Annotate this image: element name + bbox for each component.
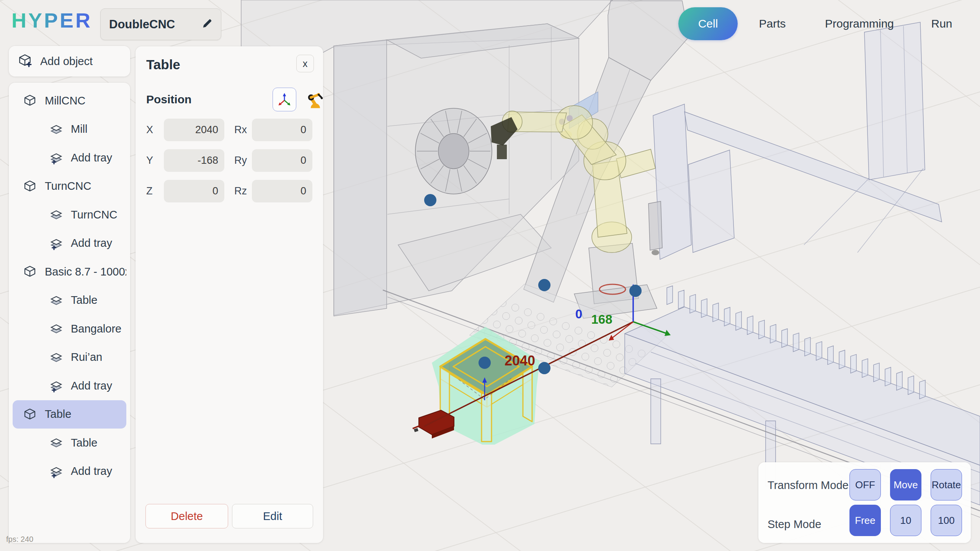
layers-icon — [49, 208, 63, 222]
tree-item-basic[interactable]: Basic 8.7 - 1000x10... — [13, 258, 126, 286]
tree-item-table-selected[interactable]: Table — [13, 400, 126, 429]
tree-item-bangalore[interactable]: Bangalore — [13, 315, 126, 343]
field-label-y: Y — [146, 155, 153, 166]
box-icon — [23, 93, 37, 108]
attachment-dot — [424, 194, 436, 206]
position-section-title: Position — [146, 93, 191, 106]
attachment-dot — [538, 362, 550, 374]
attachment-dot — [479, 357, 491, 369]
field-label-ry: Ry — [234, 155, 247, 166]
tree-item-mill[interactable]: Mill — [13, 115, 126, 144]
step-100-button[interactable]: 100 — [931, 505, 962, 536]
tab-run[interactable]: Run — [917, 7, 967, 40]
rz-input[interactable] — [252, 180, 312, 202]
layers-icon — [49, 436, 63, 450]
project-name-box[interactable]: DoubleCNC — [100, 8, 221, 40]
tree-item-add-tray[interactable]: Add tray — [13, 372, 126, 400]
fps-counter: fps: 240 — [6, 535, 33, 544]
edit-button[interactable]: Edit — [232, 504, 313, 528]
object-tree: MillCNC Mill Add tray TurnCNC TurnCNC Ad… — [9, 83, 130, 543]
field-label-rz: Rz — [234, 185, 247, 197]
transform-rotate-button[interactable]: Rotate — [931, 469, 962, 500]
z-input[interactable] — [164, 180, 224, 202]
tree-item-add-tray[interactable]: Add tray — [13, 229, 126, 258]
robot-frame-button[interactable] — [302, 88, 326, 112]
tree-item-table[interactable]: Table — [13, 286, 126, 315]
tree-item-ruian[interactable]: Rui’an — [13, 343, 126, 372]
add-tray-icon — [49, 465, 63, 478]
z-distance-label: 0 — [575, 307, 582, 321]
step-10-button[interactable]: 10 — [890, 505, 921, 536]
tab-programming[interactable]: Programming — [812, 7, 907, 40]
tool-carousel — [415, 108, 492, 194]
attachment-dot — [538, 279, 550, 291]
tree-item-add-tray[interactable]: Add tray — [13, 143, 126, 172]
axes-icon — [275, 90, 294, 109]
add-tray-icon — [49, 236, 63, 250]
transform-off-button[interactable]: OFF — [849, 469, 881, 500]
field-label-x: X — [146, 124, 153, 136]
x-distance-label: 2040 — [505, 353, 535, 368]
layers-icon — [49, 293, 63, 307]
edit-project-icon[interactable] — [201, 18, 212, 31]
y-input[interactable] — [164, 149, 224, 172]
transform-move-button[interactable]: Move — [890, 469, 921, 500]
field-label-rx: Rx — [234, 124, 247, 136]
box-icon — [23, 407, 37, 422]
project-name-label: DoubleCNC — [109, 18, 175, 31]
transform-controls-panel: Transform Mode Step Mode OFF Move Rotate… — [758, 462, 971, 543]
add-tray-icon — [49, 379, 63, 393]
step-mode-label: Step Mode — [768, 518, 821, 531]
tab-cell[interactable]: Cell — [678, 7, 738, 40]
close-panel-button[interactable]: x — [296, 55, 314, 72]
field-label-z: Z — [146, 185, 153, 197]
layers-icon — [49, 322, 63, 336]
add-object-label: Add object — [40, 55, 93, 68]
world-frame-button[interactable] — [273, 88, 296, 111]
tree-item-millcnc[interactable]: MillCNC — [13, 86, 126, 115]
y-distance-label: 168 — [591, 312, 612, 326]
delete-button[interactable]: Delete — [145, 504, 228, 528]
rx-input[interactable] — [252, 119, 312, 141]
transform-mode-label: Transform Mode — [768, 479, 849, 492]
layers-icon — [49, 122, 63, 136]
app-logo: HYPER — [11, 8, 92, 32]
add-object-button[interactable]: Add object — [9, 46, 130, 77]
box-icon — [23, 264, 37, 279]
tree-item-turncnc-group[interactable]: TurnCNC — [13, 172, 126, 201]
add-tray-icon — [49, 151, 63, 165]
add-box-icon — [17, 53, 33, 70]
attachment-dot — [629, 285, 642, 297]
properties-panel: Table x Position X Rx Y Ry Z Rz Delete E… — [136, 46, 323, 543]
layers-icon — [49, 350, 63, 364]
tree-item-add-tray[interactable]: Add tray — [13, 457, 126, 486]
x-input[interactable] — [164, 119, 224, 141]
box-icon — [23, 179, 37, 194]
tree-item-turncnc[interactable]: TurnCNC — [13, 201, 126, 229]
panel-title: Table — [146, 57, 180, 72]
step-free-button[interactable]: Free — [849, 505, 881, 536]
tab-parts[interactable]: Parts — [746, 7, 798, 40]
ry-input[interactable] — [252, 149, 312, 172]
robot-icon — [304, 90, 324, 110]
tree-item-table-child[interactable]: Table — [13, 429, 126, 457]
